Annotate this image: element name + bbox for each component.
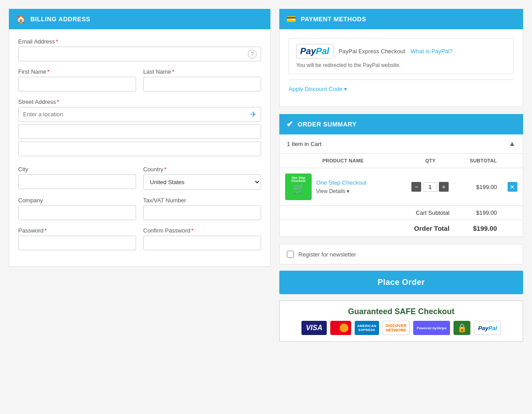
street-address-container: ✈ — [18, 107, 261, 122]
right-panel: 💳 PAYMENT METHODS PayPal PayPal Express … — [279, 9, 523, 342]
city-label: City — [18, 166, 136, 173]
order-table-header-row: PRODUCT NAME QTY SUBTOTAL — [280, 154, 523, 168]
order-total-value: $199.00 — [455, 220, 502, 237]
billing-form: Email Address* ? First Name* Last N — [9, 29, 270, 267]
street-address-input[interactable] — [18, 107, 261, 122]
first-name-label: First Name* — [18, 68, 136, 75]
last-name-row: Last Name* — [143, 68, 261, 91]
credit-card-icon: 💳 — [286, 14, 297, 24]
street-address-label: Street Address* — [18, 99, 261, 105]
order-table: PRODUCT NAME QTY SUBTOTAL One StepChecko… — [279, 154, 523, 237]
country-row: Country* United States — [143, 166, 261, 190]
qty-cell: − + — [406, 168, 455, 206]
cart-subtotal-row: Cart Subtotal $199.00 — [280, 206, 523, 220]
cart-count-label: 1 Item in Cart — [287, 141, 321, 147]
stripe-icon: Powered byStripe — [413, 321, 450, 335]
safe-checkout-banner: Guaranteed SAFE Checkout VISA AMERICANEX… — [279, 300, 523, 342]
qty-increase-button[interactable]: + — [439, 182, 449, 192]
order-summary-section: ✔ ORDER SUMMARY 1 Item in Cart ▲ PRODUCT… — [279, 114, 523, 237]
password-input[interactable] — [18, 236, 136, 250]
remove-item-button[interactable]: ✕ — [508, 182, 517, 192]
cart-subtotal-value: $199.00 — [455, 206, 502, 220]
email-input[interactable] — [18, 47, 261, 61]
payment-body: PayPal PayPal Express Checkout What is P… — [279, 29, 523, 107]
email-label: Email Address* — [18, 38, 261, 45]
col-qty-header: QTY — [406, 154, 455, 168]
order-summary-title: ORDER SUMMARY — [298, 121, 357, 128]
discount-arrow: ▾ — [344, 86, 347, 92]
item-price-cell: $199.00 — [455, 168, 502, 206]
table-row: One StepCheckout 🛒 One Step Checkout Vie… — [280, 168, 523, 206]
home-icon: 🏠 — [16, 14, 26, 24]
company-label: Company — [18, 197, 136, 204]
discount-row: Apply Discount Code ▾ — [289, 79, 514, 98]
city-input[interactable] — [18, 174, 136, 189]
order-total-label: Order Total — [280, 220, 455, 237]
apply-discount-link[interactable]: Apply Discount Code ▾ — [289, 86, 347, 92]
payment-header: 💳 PAYMENT METHODS — [279, 9, 523, 29]
payment-icons-row: VISA AMERICANEXPRESS DISCOVERNETWORK Pow… — [286, 321, 516, 335]
col-product-header: PRODUCT NAME — [280, 154, 407, 168]
first-name-input[interactable] — [18, 77, 136, 91]
confirm-password-input[interactable] — [143, 236, 261, 250]
mastercard-icon — [330, 321, 351, 335]
order-summary-header: ✔ ORDER SUMMARY — [279, 114, 523, 134]
company-tax-row: Company Tax/VAT Number — [18, 197, 261, 227]
name-row: First Name* Last Name* — [18, 68, 261, 99]
tax-row: Tax/VAT Number — [143, 197, 261, 220]
qty-input[interactable] — [423, 182, 437, 192]
newsletter-checkbox[interactable] — [287, 251, 294, 258]
country-label: Country* — [143, 166, 261, 173]
payment-section: 💳 PAYMENT METHODS PayPal PayPal Express … — [279, 9, 523, 107]
tax-input[interactable] — [143, 205, 261, 220]
product-name-link[interactable]: One Step Checkout — [316, 179, 366, 186]
safe-checkout-title: Guaranteed SAFE Checkout — [286, 307, 516, 316]
view-details-link[interactable]: View Details ▾ — [316, 188, 349, 194]
confirm-password-row: Confirm Password* — [143, 227, 261, 250]
paypal-badge-icon: PayPal — [474, 321, 501, 335]
product-cell: One StepCheckout 🛒 One Step Checkout Vie… — [280, 168, 407, 206]
street-address-row: Street Address* ✈ — [18, 99, 261, 159]
place-order-button[interactable]: Place Order — [279, 271, 523, 294]
product-thumb-label: One StepCheckout — [285, 176, 312, 182]
billing-header: 🏠 BILLING ADDRESS — [9, 9, 270, 29]
location-icon[interactable]: ✈ — [250, 110, 257, 119]
qty-control: − + — [411, 182, 450, 192]
qty-decrease-button[interactable]: − — [411, 182, 421, 192]
what-is-paypal-link[interactable]: What is PayPal? — [411, 48, 453, 55]
billing-address-panel: 🏠 BILLING ADDRESS Email Address* ? First… — [9, 9, 270, 342]
city-country-row: City Country* United States — [18, 166, 261, 197]
street-address-line3[interactable] — [18, 142, 261, 156]
product-thumbnail: One StepCheckout 🛒 — [285, 173, 312, 200]
last-name-input[interactable] — [143, 77, 261, 91]
paypal-label: PayPal Express Checkout — [339, 48, 405, 55]
security-shield-icon: 🔒 — [454, 321, 470, 335]
discount-label: Apply Discount Code — [289, 86, 342, 92]
cart-toggle[interactable]: 1 Item in Cart ▲ — [279, 134, 523, 154]
cart-subtotal-label: Cart Subtotal — [280, 206, 455, 220]
city-row: City — [18, 166, 136, 190]
paypal-redirect-text: You will be redirected to the PayPal web… — [296, 62, 506, 68]
email-row: Email Address* ? — [18, 38, 261, 61]
amex-icon: AMERICANEXPRESS — [355, 321, 379, 335]
visa-icon: VISA — [301, 321, 327, 335]
tax-label: Tax/VAT Number — [143, 197, 261, 204]
discover-icon: DISCOVERNETWORK — [383, 321, 410, 335]
product-info: One Step Checkout View Details ▾ — [316, 179, 366, 194]
street-address-line2[interactable] — [18, 124, 261, 139]
paypal-logo: PayPal — [296, 44, 333, 59]
cart-toggle-arrow: ▲ — [509, 140, 516, 148]
password-field-row: Password* — [18, 227, 136, 250]
order-total-row: Order Total $199.00 — [280, 220, 523, 237]
password-row: Password* Confirm Password* — [18, 227, 261, 257]
last-name-label: Last Name* — [143, 68, 261, 75]
billing-header-title: BILLING ADDRESS — [31, 16, 90, 23]
payment-header-title: PAYMENT METHODS — [301, 16, 367, 23]
help-icon[interactable]: ? — [248, 50, 257, 59]
newsletter-label: Register for newsletter — [298, 251, 356, 258]
country-select[interactable]: United States — [143, 174, 261, 190]
first-name-row: First Name* — [18, 68, 136, 91]
company-input[interactable] — [18, 205, 136, 220]
checkmark-icon: ✔ — [286, 119, 293, 129]
remove-cell: ✕ — [502, 168, 523, 206]
